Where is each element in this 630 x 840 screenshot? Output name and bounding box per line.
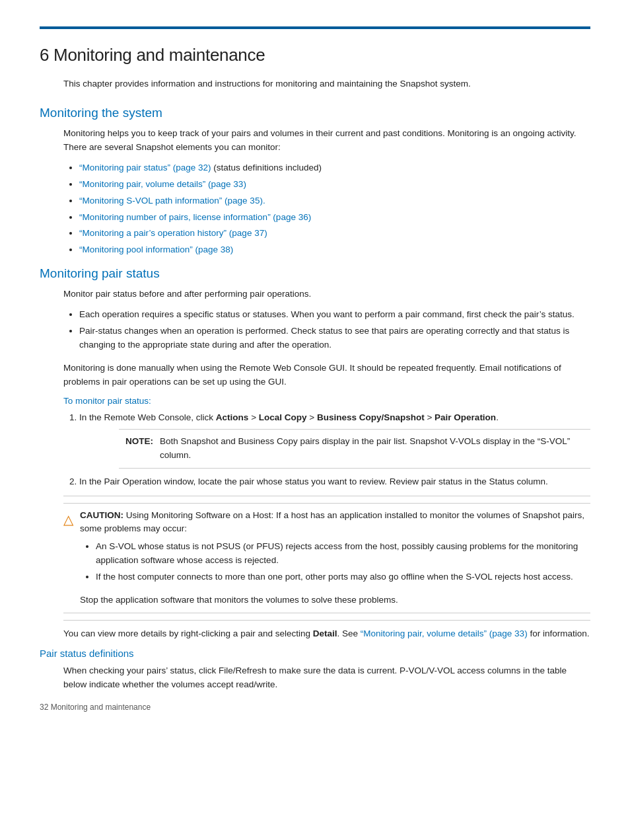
caution-icon: △ — [63, 510, 73, 608]
note-label: NOTE: — [125, 435, 153, 463]
step-1-actions: Actions — [216, 412, 249, 422]
caution-closing: Stop the application software that monit… — [80, 593, 590, 607]
step-1: In the Remote Web Console, click Actions… — [79, 411, 590, 469]
steps-list: In the Remote Web Console, click Actions… — [79, 411, 590, 489]
list-item: Each operation requires a specific statu… — [79, 308, 590, 322]
link-op-history[interactable]: “Monitoring a pair’s operation history” … — [79, 228, 267, 238]
section-intro-monitoring-system: Monitoring helps you to keep track of yo… — [63, 127, 590, 155]
link-pair-status[interactable]: “Monitoring pair status” (page 32) — [79, 163, 211, 172]
list-item: “Monitoring pool information” (page 38) — [79, 243, 590, 257]
list-item: “Monitoring pair, volume details” (page … — [79, 178, 590, 192]
section-heading-monitoring-system: Monitoring the system — [40, 106, 590, 120]
caution-bullet-1: An S-VOL whose status is not PSUS (or PF… — [96, 540, 590, 568]
list-item: Pair-status changes when an operation is… — [79, 325, 590, 352]
page-container: 6 Monitoring and maintenance This chapte… — [0, 0, 630, 725]
pair-status-para1: Monitoring is done manually when using t… — [63, 362, 590, 389]
section-intro-pair-status: Monitor pair status before and after per… — [63, 287, 590, 301]
step-1-sep2: > — [307, 412, 317, 422]
step-1-sep1: > — [248, 412, 258, 422]
step-1-after: . — [496, 412, 499, 422]
link-num-pairs[interactable]: “Monitoring number of pairs, license inf… — [79, 212, 311, 222]
subsection-label: To monitor pair status: — [63, 396, 590, 406]
link-volume-details[interactable]: “Monitoring pair, volume details” (page … — [79, 179, 246, 189]
list-item: “Monitoring number of pairs, license inf… — [79, 211, 590, 225]
chapter-title: 6 Monitoring and maintenance — [40, 45, 590, 65]
note-text: Both Snapshot and Business Copy pairs di… — [160, 435, 584, 463]
note-box: NOTE: Both Snapshot and Business Copy pa… — [119, 429, 590, 469]
step-1-localcopy: Local Copy — [259, 412, 307, 422]
chapter-intro: This chapter provides information and in… — [63, 77, 590, 91]
footer: 32 Monitoring and maintenance — [40, 703, 151, 712]
para2-before: You can view more details by right-click… — [63, 629, 313, 638]
step-1-sep3: > — [425, 412, 435, 422]
footer-page-num: 32 — [40, 703, 48, 712]
list-item: “Monitoring a pair’s operation history” … — [79, 227, 590, 241]
caution-intro: Using Monitoring Software on a Host: If … — [80, 510, 584, 534]
pair-status-bullets: Each operation requires a specific statu… — [79, 308, 590, 352]
caution-label: CAUTION: — [80, 510, 123, 520]
link-pool-info[interactable]: “Monitoring pool information” (page 38) — [79, 245, 233, 254]
divider-2 — [63, 620, 590, 621]
top-border — [40, 26, 590, 29]
para2-bold: Detail — [313, 629, 337, 638]
caution-bullets: An S-VOL whose status is not PSUS (or PF… — [96, 540, 590, 584]
step-1-pairop: Pair Operation — [435, 412, 496, 422]
step-2: In the Pair Operation window, locate the… — [79, 475, 590, 489]
caution-content: CAUTION: Using Monitoring Software on a … — [80, 509, 590, 608]
para2: You can view more details by right-click… — [63, 627, 590, 641]
monitoring-system-list: “Monitoring pair status” (page 32) (stat… — [79, 161, 590, 258]
section-intro-pair-status-defs: When checking your pairs’ status, click … — [63, 664, 590, 692]
para2-after: for information. — [528, 629, 590, 638]
section-heading-pair-status-defs: Pair status definitions — [40, 648, 590, 659]
step-1-before: In the Remote Web Console, click — [79, 412, 216, 422]
link-svol-path[interactable]: “Monitoring S-VOL path information” (pag… — [79, 196, 265, 206]
para2-mid: . See — [337, 629, 360, 638]
list-item: “Monitoring S-VOL path information” (pag… — [79, 194, 590, 208]
caution-box: △ CAUTION: Using Monitoring Software on … — [63, 503, 590, 614]
footer-label: Monitoring and maintenance — [51, 703, 151, 712]
para2-link[interactable]: “Monitoring pair, volume details” (page … — [361, 629, 528, 638]
step-1-bizcopy: Business Copy/Snapshot — [317, 412, 425, 422]
section-heading-pair-status: Monitoring pair status — [40, 266, 590, 281]
list-item: “Monitoring pair status” (page 32) (stat… — [79, 161, 590, 175]
divider — [63, 496, 590, 496]
caution-bullet-2: If the host computer connects to more th… — [96, 570, 590, 584]
list-item-suffix: (status definitions included) — [211, 163, 322, 172]
